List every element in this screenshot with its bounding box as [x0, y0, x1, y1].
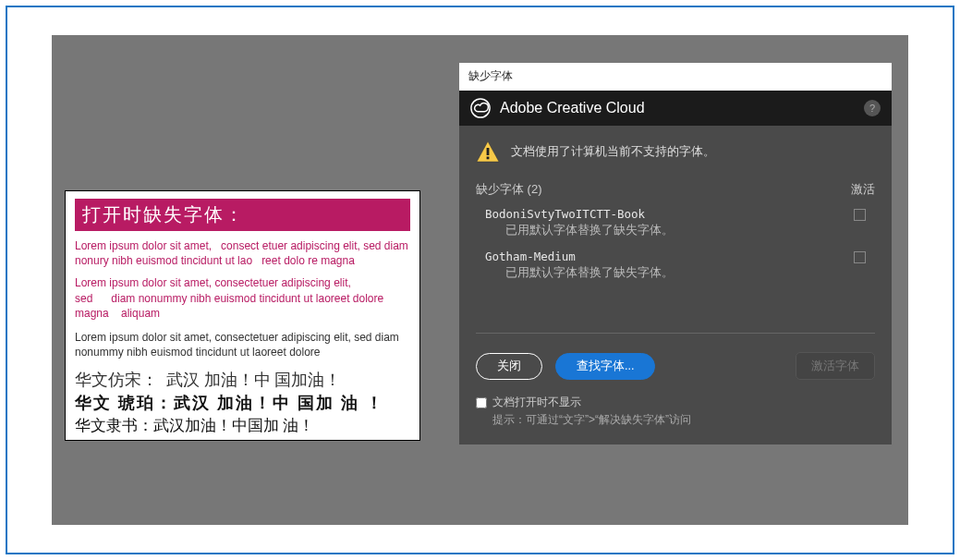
canvas-area: 打开时缺失字体： Lorem ipsum dolor sit amet, con… [52, 35, 908, 525]
doc-paragraph-2: Lorem ipsum dolor sit amet, consectetuer… [75, 275, 410, 321]
dialog-footer: 文档打开时不显示 提示：可通过“文字”>“解决缺失字体”访问 [476, 395, 875, 428]
button-row: 关闭 查找字体... 激活字体 [476, 352, 875, 380]
activate-checkbox[interactable] [854, 251, 866, 263]
doc-cn-line-3: 华文隶书：武汉加油！中国加 油！ [75, 415, 410, 436]
activate-checkbox[interactable] [854, 209, 866, 221]
missing-fonts-count: 缺少字体 (2) [476, 181, 542, 198]
help-icon[interactable]: ? [864, 100, 881, 116]
font-list: BodoniSvtyTwoITCTT-Book 已用默认字体替换了缺失字体。 G… [476, 203, 875, 334]
font-status: 已用默认字体替换了缺失字体。 [505, 223, 674, 238]
doc-heading: 打开时缺失字体： [75, 199, 410, 231]
warning-message: 文档使用了计算机当前不支持的字体。 [511, 143, 715, 160]
warning-icon [476, 140, 500, 163]
font-item[interactable]: Gotham-Medium 已用默认字体替换了缺失字体。 [476, 246, 875, 288]
creative-cloud-label: Adobe Creative Cloud [500, 100, 645, 116]
creative-cloud-icon [470, 98, 491, 118]
doc-paragraph-1: Lorem ipsum dolor sit amet, consect etue… [75, 238, 410, 268]
activate-fonts-button: 激活字体 [796, 352, 875, 380]
outer-frame: 打开时缺失字体： Lorem ipsum dolor sit amet, con… [6, 6, 954, 554]
dialog-title: 缺少字体 [459, 63, 892, 91]
font-list-header: 缺少字体 (2) 激活 [476, 181, 875, 198]
creative-cloud-bar: Adobe Creative Cloud ? [459, 91, 892, 126]
svg-rect-1 [487, 148, 490, 155]
activate-column-header: 激活 [851, 181, 875, 198]
font-name: BodoniSvtyTwoITCTT-Book [485, 207, 674, 221]
doc-cn-line-2: 华文 琥珀：武汉 加油！中 国加 油 ！ [75, 392, 410, 414]
dont-show-label[interactable]: 文档打开时不显示 [476, 395, 875, 410]
find-fonts-button[interactable]: 查找字体... [555, 353, 655, 380]
dont-show-checkbox[interactable] [476, 397, 487, 408]
close-button[interactable]: 关闭 [476, 353, 542, 380]
document-preview: 打开时缺失字体： Lorem ipsum dolor sit amet, con… [65, 190, 420, 441]
dialog-body: 文档使用了计算机当前不支持的字体。 缺少字体 (2) 激活 BodoniSvty… [459, 126, 892, 444]
font-item[interactable]: BodoniSvtyTwoITCTT-Book 已用默认字体替换了缺失字体。 [476, 203, 875, 246]
missing-fonts-dialog: 缺少字体 Adobe Creative Cloud ? 文档使用了计算机当前不支… [459, 63, 892, 444]
warning-row: 文档使用了计算机当前不支持的字体。 [476, 140, 875, 163]
doc-cn-line-1: 华文仿宋： 武汉 加油！中 国加油！ [75, 369, 410, 391]
font-status: 已用默认字体替换了缺失字体。 [505, 265, 674, 281]
doc-paragraph-3: Lorem ipsum dolor sit amet, consectetuer… [75, 330, 410, 359]
dont-show-text: 文档打开时不显示 [492, 395, 581, 410]
footer-hint: 提示：可通过“文字”>“解决缺失字体”访问 [492, 412, 875, 428]
svg-rect-2 [487, 157, 490, 160]
font-name: Gotham-Medium [485, 250, 674, 263]
